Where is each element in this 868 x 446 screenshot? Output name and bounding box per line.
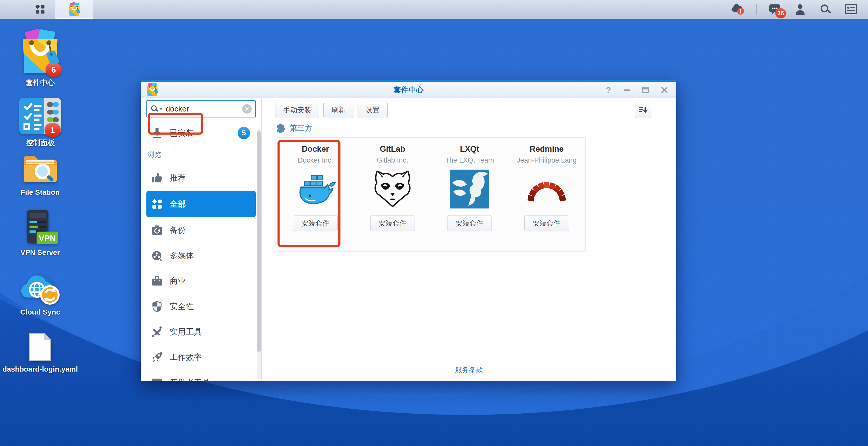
main-menu-button[interactable] <box>25 0 56 19</box>
desktop-icon-image: VPN <box>21 209 60 246</box>
pilot-view-button[interactable] <box>844 2 858 17</box>
search-input[interactable] <box>166 105 242 113</box>
taskbar: 36 <box>0 0 868 19</box>
category-label: 安全性 <box>170 301 194 312</box>
maximize-icon <box>642 86 650 94</box>
search-icon <box>151 105 159 113</box>
desktop-icon-image: 1 <box>18 96 62 136</box>
taskbar-show-desktop-button[interactable] <box>0 0 25 19</box>
sidebar-category-item[interactable]: 开发者工具 <box>141 370 261 381</box>
sidebar-item-installed[interactable]: 已安装 5 <box>141 125 261 141</box>
window-title: 套件中心 <box>141 85 676 95</box>
toolbar-button[interactable]: 设置 <box>358 102 388 118</box>
system-health-button[interactable] <box>731 2 745 17</box>
sidebar-scrollbar[interactable] <box>257 129 261 380</box>
sidebar-category-item[interactable]: 全部 <box>146 191 256 217</box>
desktop-screen: 36 6 <box>0 0 868 446</box>
install-package-button[interactable]: 安装套件 <box>447 215 492 231</box>
sidebar-category-item[interactable]: 推荐 <box>141 165 261 190</box>
installed-icon <box>151 127 163 139</box>
sort-icon <box>638 106 648 114</box>
help-button[interactable]: ? <box>603 85 614 95</box>
redmine-icon <box>526 170 567 208</box>
desktop-icon-label: VPN Server <box>21 248 60 257</box>
user-options-button[interactable] <box>793 2 807 17</box>
toolbar-button[interactable]: 手动安装 <box>275 102 319 118</box>
desktop-icon[interactable]: Cloud Sync <box>3 270 78 316</box>
cloud-alert-icon <box>731 3 745 16</box>
maximize-button[interactable] <box>641 85 651 95</box>
notification-count-badge: 36 <box>775 8 786 18</box>
desktop-icon[interactable]: File Station <box>3 152 78 197</box>
desktop-icon-label: 控制面板 <box>26 138 55 148</box>
section-title: 第三方 <box>290 123 312 133</box>
lxqt-icon <box>449 170 490 208</box>
desktop-icon-label: Cloud Sync <box>20 308 60 316</box>
package-card-grid: Docker Docker Inc. 安装套件 <box>277 138 586 251</box>
sidebar-category-item[interactable]: 多媒体 <box>141 243 261 268</box>
package-card[interactable]: LXQt The LXQt Team 安装套件 <box>431 138 508 251</box>
install-package-button[interactable]: 安装套件 <box>293 215 338 231</box>
sort-button[interactable] <box>635 102 651 118</box>
notifications-button[interactable]: 36 <box>768 2 782 17</box>
docker-icon <box>294 170 336 208</box>
sidebar-category-item[interactable]: 安全性 <box>141 294 261 319</box>
search-box: ▾ ✕ <box>146 100 256 117</box>
file-station-icon <box>21 152 60 186</box>
backup-icon <box>151 224 163 236</box>
package-name: Docker <box>302 144 329 154</box>
person-icon <box>794 3 806 15</box>
package-logo <box>294 165 336 214</box>
package-name: GitLab <box>380 144 405 154</box>
desktop-icon[interactable]: 6 套件中心 <box>3 29 78 88</box>
window-titlebar[interactable]: 套件中心 ? <box>141 82 676 98</box>
sidebar-category-item[interactable]: 商业 <box>141 268 261 294</box>
package-card[interactable]: Redmine Jean-Philippe Lang 安装套件 <box>508 138 586 251</box>
section-header: 第三方 <box>275 123 312 133</box>
package-publisher: Docker Inc. <box>298 156 333 165</box>
package-publisher: Jean-Philippe Lang <box>517 156 577 165</box>
tools-icon <box>151 326 163 338</box>
category-label: 实用工具 <box>170 326 202 337</box>
toolbar-button[interactable]: 刷新 <box>323 102 353 118</box>
chevron-down-icon[interactable]: ▾ <box>160 106 162 112</box>
sidebar: ▾ ✕ 已安装 5 浏览 推荐 <box>141 98 262 381</box>
package-logo <box>526 165 567 214</box>
browse-section-label: 浏览 <box>148 150 255 163</box>
sidebar-category-item[interactable]: 实用工具 <box>141 319 261 345</box>
installed-label: 已安装 <box>170 127 194 139</box>
clear-search-button[interactable]: ✕ <box>242 104 252 114</box>
taskbar-package-center-tab[interactable] <box>56 0 93 19</box>
desktop-icon-label: File Station <box>21 188 60 197</box>
taskbar-status-area: 36 <box>731 0 868 19</box>
scrollbar-thumb[interactable] <box>257 131 261 352</box>
search-button[interactable] <box>818 2 833 17</box>
category-list: 推荐 全部 备份 <box>141 165 261 381</box>
minimize-icon <box>623 86 631 94</box>
package-center-window: 套件中心 ? ▾ ✕ 已安装 5 <box>141 80 676 381</box>
taskbar-divider <box>756 4 756 15</box>
package-card[interactable]: GitLab Gitlab Inc. 安装套件 <box>354 138 431 251</box>
sidebar-category-item[interactable]: 备份 <box>141 217 261 243</box>
desktop-icon[interactable]: dashboard-login.yaml <box>3 331 78 374</box>
minimize-button[interactable] <box>622 85 632 95</box>
desktop-icon-image <box>21 152 60 186</box>
sidebar-category-item[interactable]: 工作效率 <box>141 345 261 370</box>
close-icon <box>660 86 669 94</box>
desktop-icon[interactable]: VPN VPN Server <box>3 209 78 257</box>
package-card[interactable]: Docker Docker Inc. 安装套件 <box>277 138 354 251</box>
install-package-button[interactable]: 安装套件 <box>370 215 415 231</box>
menu-grid-icon <box>34 4 46 15</box>
package-name: LXQt <box>460 144 479 154</box>
category-label: 多媒体 <box>170 250 194 261</box>
desktop-icon[interactable]: 1 控制面板 <box>3 96 78 148</box>
rocket-icon <box>151 351 163 363</box>
terms-of-service-link[interactable]: 服务条款 <box>455 366 483 374</box>
close-button[interactable] <box>659 85 670 95</box>
installed-count-badge: 5 <box>238 127 250 139</box>
package-logo <box>449 165 490 214</box>
install-package-button[interactable]: 安装套件 <box>524 215 569 231</box>
category-label: 备份 <box>170 225 186 236</box>
package-center-icon <box>67 2 81 16</box>
cloud-sync-icon <box>20 270 61 305</box>
